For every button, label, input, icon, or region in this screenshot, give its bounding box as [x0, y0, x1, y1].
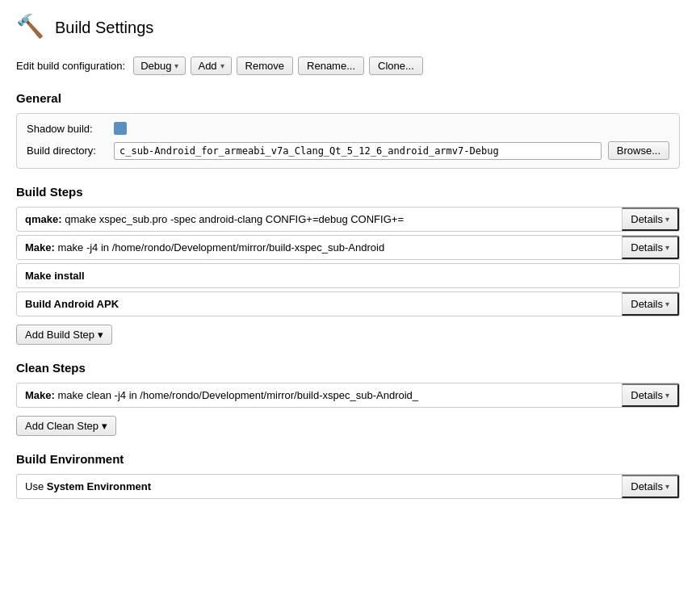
table-row: Make: make -j4 in /home/rondo/Developmen… [16, 235, 680, 260]
step-make-install-content: Make install [17, 264, 679, 287]
build-steps-section: Build Steps qmake: qmake xspec_sub.pro -… [16, 185, 680, 345]
browse-button[interactable]: Browse... [608, 141, 669, 160]
add-clean-step-chevron-icon: ▾ [102, 420, 107, 432]
step-make-rest: make -j4 in /home/rondo/Development/mirr… [57, 241, 384, 254]
config-chevron-icon: ▾ [174, 61, 178, 70]
details-chevron-icon-5: ▾ [665, 482, 669, 491]
add-label: Add [198, 60, 216, 72]
table-row: Make install [16, 263, 680, 288]
step-build-apk-content: Build Android APK [17, 292, 622, 316]
build-directory-row: Build directory: Browse... [27, 141, 669, 160]
step-qmake-bold: qmake: [25, 213, 62, 225]
details-chevron-icon-2: ▾ [665, 243, 669, 252]
add-clean-step-button[interactable]: Add Clean Step ▾ [16, 416, 116, 436]
clean-steps-title: Clean Steps [16, 361, 680, 375]
page-header: 🔨 Build Settings [16, 13, 680, 42]
add-build-step-chevron-icon: ▾ [98, 329, 103, 341]
details-button-qmake[interactable]: Details ▾ [622, 207, 679, 231]
toolbar: Edit build configuration: Debug ▾ Add ▾ … [16, 57, 680, 75]
details-label-qmake: Details [631, 213, 663, 225]
table-row: Use System Environment Details ▾ [16, 474, 680, 499]
details-chevron-icon: ▾ [665, 215, 669, 224]
build-env-section: Build Environment Use System Environment… [16, 452, 680, 499]
page-title: Build Settings [55, 19, 153, 37]
details-label-system-env: Details [631, 480, 663, 492]
add-clean-step-label: Add Clean Step [25, 420, 99, 432]
table-row: qmake: qmake xspec_sub.pro -spec android… [16, 207, 680, 232]
config-dropdown[interactable]: Debug ▾ [133, 57, 186, 75]
general-box: Shadow build: Build directory: Browse... [16, 113, 680, 169]
step-use-system-env-content: Use System Environment [17, 475, 622, 498]
details-chevron-icon-4: ▾ [665, 391, 669, 400]
table-row: Build Android APK Details ▾ [16, 291, 680, 316]
build-directory-label: Build directory: [27, 145, 107, 157]
table-row: Make: make clean -j4 in /home/rondo/Deve… [16, 383, 680, 408]
rename-button[interactable]: Rename... [298, 57, 364, 75]
shadow-build-checkbox[interactable] [114, 122, 127, 135]
details-label-make-clean: Details [631, 389, 663, 401]
build-env-title: Build Environment [16, 452, 680, 466]
build-steps-title: Build Steps [16, 185, 680, 199]
general-title: General [16, 91, 680, 105]
step-qmake-rest: qmake xspec_sub.pro -spec android-clang … [65, 213, 404, 225]
add-dropdown[interactable]: Add ▾ [191, 57, 231, 75]
clean-steps-section: Clean Steps Make: make clean -j4 in /hom… [16, 361, 680, 436]
step-make-clean-bold: Make: [25, 389, 55, 401]
general-section: General Shadow build: Build directory: B… [16, 91, 680, 169]
details-chevron-icon-3: ▾ [665, 300, 669, 308]
toolbar-label: Edit build configuration: [16, 60, 125, 72]
shadow-build-label: Shadow build: [27, 123, 107, 135]
clone-button[interactable]: Clone... [369, 57, 423, 75]
add-chevron-icon: ▾ [220, 61, 224, 70]
build-directory-input[interactable] [114, 142, 602, 160]
details-label-make: Details [631, 241, 663, 254]
hammer-icon: 🔨 [16, 13, 45, 42]
step-qmake-content: qmake: qmake xspec_sub.pro -spec android… [17, 207, 622, 231]
step-build-apk-bold: Build Android APK [25, 298, 119, 310]
step-make-clean-rest: make clean -j4 in /home/rondo/Developmen… [57, 389, 418, 401]
details-button-build-apk[interactable]: Details ▾ [622, 292, 679, 316]
add-build-step-label: Add Build Step [25, 329, 94, 341]
step-use-system-env-prefix: Use [25, 480, 47, 492]
details-label-build-apk: Details [631, 298, 663, 310]
step-make-bold: Make: [25, 241, 55, 254]
add-build-step-button[interactable]: Add Build Step ▾ [16, 325, 112, 345]
details-button-system-env[interactable]: Details ▾ [622, 475, 679, 498]
shadow-build-row: Shadow build: [27, 122, 669, 135]
page: 🔨 Build Settings Edit build configuratio… [0, 0, 696, 616]
step-use-system-env-bold: System Environment [47, 480, 151, 492]
details-button-make-clean[interactable]: Details ▾ [622, 383, 679, 407]
details-button-make[interactable]: Details ▾ [622, 236, 679, 259]
config-value: Debug [140, 60, 171, 72]
step-make-content: Make: make -j4 in /home/rondo/Developmen… [17, 236, 622, 259]
step-make-clean-content: Make: make clean -j4 in /home/rondo/Deve… [17, 383, 622, 407]
remove-button[interactable]: Remove [237, 57, 293, 75]
step-make-install-bold: Make install [25, 270, 85, 282]
